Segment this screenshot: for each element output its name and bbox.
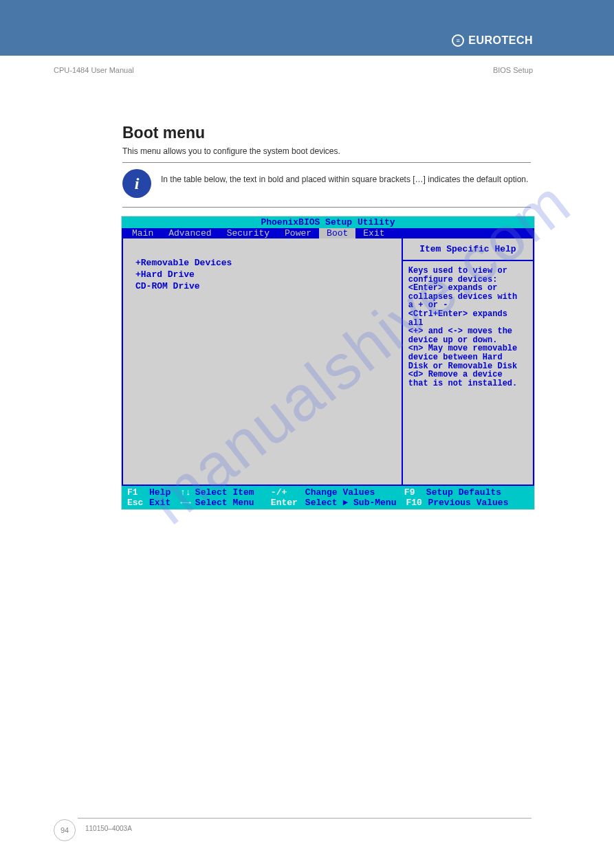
bios-menu-security[interactable]: Security: [219, 228, 277, 238]
section-heading: Boot menu: [122, 124, 205, 142]
top-banner: ≡ EUROTECH: [0, 0, 614, 56]
key-f9: F9: [404, 487, 426, 498]
bios-menu-boot[interactable]: Boot: [319, 228, 355, 238]
bios-menu-main[interactable]: Main: [124, 228, 161, 238]
boot-item-hard-drive[interactable]: +Hard Drive: [135, 269, 389, 280]
brand-text: EUROTECH: [468, 34, 533, 47]
bios-menu-exit[interactable]: Exit: [355, 228, 392, 238]
brand-logo-icon: ≡: [452, 34, 464, 47]
bios-body: +Removable Devices +Hard Drive CD-ROM Dr…: [122, 238, 534, 486]
arrows-leftright-icon: ←→: [180, 498, 191, 508]
doc-meta-row: CPU-1484 User Manual BIOS Setup: [0, 66, 614, 74]
bios-boot-list: +Removable Devices +Hard Drive CD-ROM Dr…: [122, 238, 403, 486]
bios-footer-row-1: F1 Help ↑↓ Select Item -/+ Change Values…: [127, 487, 529, 498]
bios-screenshot: PhoenixBIOS Setup Utility Main Advanced …: [121, 216, 535, 510]
divider-bottom: [122, 207, 531, 208]
label-help: Help: [149, 487, 171, 498]
bios-footer-row-2: Esc Exit ←→ Select Menu Enter Select ► S…: [127, 498, 529, 508]
bios-menu-advanced[interactable]: Advanced: [161, 228, 219, 238]
brand-block: ≡ EUROTECH: [452, 34, 533, 47]
label-change-values: Change Values: [305, 487, 395, 498]
key-f1: F1: [127, 487, 149, 498]
label-select-submenu: Select ► Sub-Menu: [305, 498, 397, 508]
boot-item-removable[interactable]: +Removable Devices: [135, 258, 389, 268]
footer-doc-id: 110150–4003A: [85, 825, 132, 832]
bios-footer: F1 Help ↑↓ Select Item -/+ Change Values…: [122, 486, 534, 509]
key-esc: Esc: [127, 498, 149, 508]
bios-menu-bar: Main Advanced Security Power Boot Exit: [122, 228, 534, 238]
bios-help-panel: Item Specific Help Keys used to view or …: [403, 238, 534, 486]
info-note: In the table below, the text in bold and…: [161, 174, 532, 186]
label-select-item: Select Item: [195, 487, 261, 498]
label-select-menu: Select Menu: [195, 498, 261, 508]
info-icon: i: [122, 169, 151, 198]
bios-help-body: Keys used to view or configure devices: …: [403, 261, 533, 393]
doc-title-right: BIOS Setup: [493, 66, 533, 74]
divider-top: [122, 162, 531, 163]
bios-menu-power[interactable]: Power: [277, 228, 319, 238]
page-number: 94: [54, 819, 76, 841]
section-intro: This menu allows you to configure the sy…: [122, 146, 340, 156]
bios-help-title: Item Specific Help: [403, 238, 533, 261]
label-exit: Exit: [149, 498, 171, 508]
bios-title: PhoenixBIOS Setup Utility: [122, 216, 534, 228]
label-setup-defaults: Setup Defaults: [426, 487, 501, 498]
doc-title-left: CPU-1484 User Manual: [54, 66, 134, 74]
arrows-updown-icon: ↑↓: [180, 487, 191, 498]
boot-item-cdrom[interactable]: CD-ROM Drive: [135, 281, 389, 291]
key-enter: Enter: [271, 498, 301, 508]
symbol-minus-plus: -/+: [271, 487, 301, 498]
key-f10: F10: [406, 498, 428, 508]
label-previous-values: Previous Values: [428, 498, 508, 508]
footer-divider: [78, 818, 531, 819]
